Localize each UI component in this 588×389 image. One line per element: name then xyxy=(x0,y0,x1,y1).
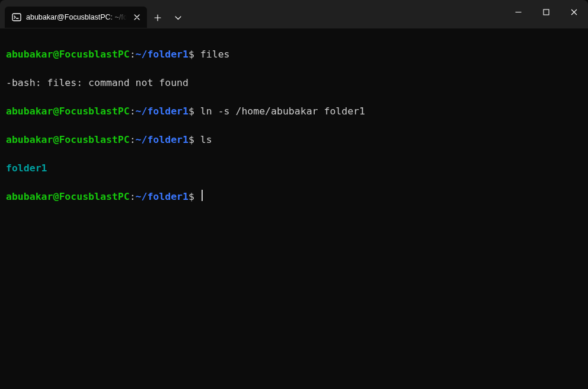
terminal-line: abubakar@FocusblastPC:~/folder1$ ln -s /… xyxy=(6,104,582,119)
prompt-dollar: $ xyxy=(188,134,194,145)
terminal-line: abubakar@FocusblastPC:~/folder1$ ls xyxy=(6,133,582,147)
command-text: ln -s /home/abubakar folder1 xyxy=(200,106,365,117)
output-text: -bash: files: command not found xyxy=(6,77,188,88)
prompt-user-host: abubakar@FocusblastPC xyxy=(6,106,130,117)
prompt-colon: : xyxy=(130,49,136,60)
prompt-path: ~/folder1 xyxy=(136,49,188,60)
prompt-colon: : xyxy=(130,106,136,117)
minimize-button[interactable] xyxy=(504,0,532,24)
svg-rect-3 xyxy=(544,9,549,15)
prompt-dollar: $ xyxy=(188,191,194,202)
maximize-button[interactable] xyxy=(532,0,560,24)
ls-symlink-entry: folder1 xyxy=(6,162,47,174)
window-controls xyxy=(504,0,588,24)
terminal-line: abubakar@FocusblastPC:~/folder1$ files xyxy=(6,47,582,62)
svg-rect-0 xyxy=(12,14,21,21)
terminal-output[interactable]: abubakar@FocusblastPC:~/folder1$ files -… xyxy=(0,28,588,223)
cursor xyxy=(202,190,203,201)
terminal-line: -bash: files: command not found xyxy=(6,76,582,90)
terminal-tab[interactable]: abubakar@FocusblastPC: ~/folder1 xyxy=(5,7,147,28)
terminal-line: abubakar@FocusblastPC:~/folder1$ xyxy=(6,190,582,204)
terminal-line: folder1 xyxy=(6,161,582,176)
new-tab-button[interactable] xyxy=(148,8,167,27)
prompt-dollar: $ xyxy=(188,106,194,117)
tab-close-button[interactable] xyxy=(132,12,142,23)
prompt-path: ~/folder1 xyxy=(136,106,188,117)
prompt-user-host: abubakar@FocusblastPC xyxy=(6,49,130,60)
close-window-button[interactable] xyxy=(560,0,588,24)
tab-dropdown-button[interactable] xyxy=(168,8,187,27)
prompt-dollar: $ xyxy=(188,49,194,60)
prompt-colon: : xyxy=(130,134,136,145)
prompt-path: ~/folder1 xyxy=(136,191,188,202)
tab-title: abubakar@FocusblastPC: ~/folder1 xyxy=(26,13,127,21)
command-text: ls xyxy=(200,134,212,145)
prompt-path: ~/folder1 xyxy=(136,134,188,145)
prompt-user-host: abubakar@FocusblastPC xyxy=(6,134,130,145)
prompt-colon: : xyxy=(130,191,136,202)
terminal-icon xyxy=(12,12,21,22)
titlebar: abubakar@FocusblastPC: ~/folder1 xyxy=(0,0,588,28)
command-text: files xyxy=(200,49,230,60)
tabs-area: abubakar@FocusblastPC: ~/folder1 xyxy=(0,0,504,28)
prompt-user-host: abubakar@FocusblastPC xyxy=(6,191,130,202)
